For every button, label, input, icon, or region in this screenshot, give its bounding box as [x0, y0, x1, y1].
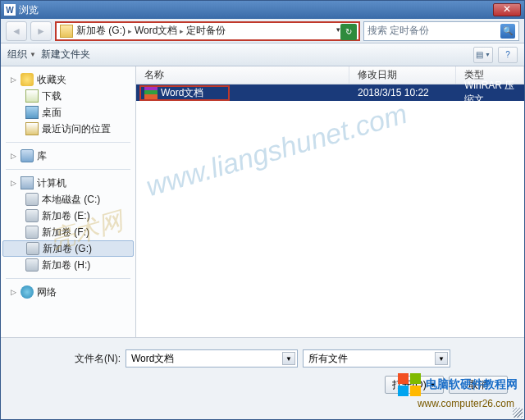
- breadcrumb-seg-3[interactable]: 定时备份: [186, 23, 226, 39]
- tree-libraries[interactable]: ▷库: [2, 148, 134, 164]
- drive-icon: [25, 258, 39, 272]
- app-icon: W: [4, 4, 16, 16]
- rar-icon: [144, 86, 158, 99]
- drive-icon: [25, 226, 39, 239]
- search-icon[interactable]: 🔍: [500, 24, 515, 39]
- breadcrumb-seg-2[interactable]: Word文档: [135, 23, 177, 39]
- tree-network[interactable]: ▷网络: [2, 284, 134, 300]
- address-bar[interactable]: 新加卷 (G:) ▸ Word文档 ▸ 定时备份 ▾ ↻: [55, 21, 360, 41]
- file-type-cell: WinRAR 压缩文: [456, 79, 524, 107]
- folder-icon: [60, 25, 73, 38]
- new-folder-button[interactable]: 新建文件夹: [41, 48, 90, 62]
- back-button[interactable]: ◄: [6, 21, 27, 41]
- tree-downloads[interactable]: 下载: [2, 88, 134, 104]
- view-options-button[interactable]: ▤▼: [473, 47, 493, 63]
- tree-drive-e[interactable]: 新加卷 (E:): [2, 208, 134, 224]
- dialog-body: ▷收藏夹 下载 桌面 最近访问的位置 ▷库 ▷计算机 本地磁盘 (C:) 新加卷…: [1, 66, 524, 337]
- library-icon: [21, 149, 34, 162]
- computer-icon: [21, 176, 34, 189]
- tree-favorites[interactable]: ▷收藏夹: [2, 71, 134, 88]
- star-icon: [21, 73, 34, 86]
- breadcrumb-seg-1[interactable]: 新加卷 (G:): [76, 23, 126, 39]
- browse-dialog: W 浏览 ✕ ◄ ► 新加卷 (G:) ▸ Word文档 ▸ 定时备份 ▾ ↻ …: [0, 0, 525, 420]
- tree-drive-f[interactable]: 新加卷 (F:): [2, 224, 134, 240]
- chevron-right-icon: ▸: [180, 27, 184, 35]
- brand-text: 电脑软硬件教程网: [426, 377, 518, 392]
- recent-icon: [25, 122, 39, 135]
- forward-button[interactable]: ►: [30, 21, 52, 41]
- chevron-down-icon[interactable]: ▼: [435, 352, 448, 365]
- search-input[interactable]: 搜索 定时备份 🔍: [363, 21, 519, 41]
- filename-input[interactable]: Word文档 ▼: [126, 349, 298, 368]
- brand-overlay: 电脑软硬件教程网: [398, 373, 518, 396]
- file-name-cell: Word文档: [136, 86, 349, 100]
- tree-drive-h[interactable]: 新加卷 (H:): [2, 257, 134, 273]
- titlebar: W 浏览 ✕: [1, 1, 524, 19]
- col-name[interactable]: 名称: [136, 66, 349, 84]
- window-title: 浏览: [19, 3, 493, 17]
- tree-computer[interactable]: ▷计算机: [2, 175, 134, 191]
- toolbar: 组织▼ 新建文件夹 ▤▼ ?: [1, 43, 524, 66]
- download-icon: [25, 89, 39, 103]
- brand-url: www.computer26.com: [418, 398, 514, 409]
- search-placeholder: 搜索 定时备份: [368, 24, 429, 38]
- drive-icon: [25, 209, 39, 222]
- filename-label: 文件名(N):: [66, 352, 121, 366]
- tree-drive-g[interactable]: 新加卷 (G:): [2, 240, 134, 257]
- filetype-select[interactable]: 所有文件 ▼: [303, 349, 450, 368]
- network-icon: [21, 285, 34, 299]
- drive-icon: [26, 242, 39, 255]
- file-row[interactable]: Word文档 2018/3/15 10:22 WinRAR 压缩文: [136, 84, 524, 101]
- tree-drive-c[interactable]: 本地磁盘 (C:): [2, 191, 134, 208]
- organize-menu[interactable]: 组织▼: [7, 48, 36, 62]
- refresh-button[interactable]: ↻: [340, 24, 357, 40]
- resize-grip[interactable]: [513, 408, 523, 418]
- chevron-down-icon[interactable]: ▼: [282, 352, 295, 365]
- tree-desktop[interactable]: 桌面: [2, 104, 134, 121]
- help-button[interactable]: ?: [498, 47, 518, 63]
- chevron-right-icon: ▸: [128, 27, 132, 35]
- drive-icon: [25, 193, 39, 206]
- desktop-icon: [25, 106, 39, 119]
- file-list: 名称 修改日期 类型 Word文档 2018/3/15 10:22 WinRAR…: [136, 66, 524, 337]
- tree-recent[interactable]: 最近访问的位置: [2, 121, 134, 137]
- close-button[interactable]: ✕: [493, 3, 521, 16]
- windows-logo-icon: [398, 373, 421, 396]
- col-modified[interactable]: 修改日期: [349, 66, 456, 84]
- file-date-cell: 2018/3/15 10:22: [349, 87, 456, 98]
- nav-row: ◄ ► 新加卷 (G:) ▸ Word文档 ▸ 定时备份 ▾ ↻ 搜索 定时备份…: [1, 19, 524, 43]
- nav-tree: ▷收藏夹 下载 桌面 最近访问的位置 ▷库 ▷计算机 本地磁盘 (C:) 新加卷…: [1, 66, 136, 337]
